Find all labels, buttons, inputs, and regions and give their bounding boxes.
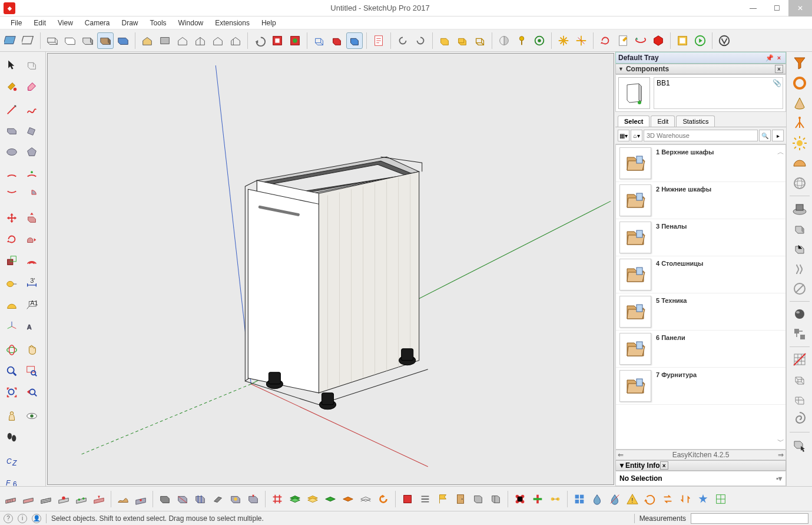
menu-file[interactable]: File: [5, 18, 28, 28]
scroll-up-icon[interactable]: ︿: [777, 147, 784, 157]
entity-info-close[interactable]: ×: [660, 461, 668, 470]
zoom-extents-tool[interactable]: [2, 383, 21, 402]
yellow-box-2-button[interactable]: [454, 32, 470, 49]
cabinet-2-button[interactable]: [488, 491, 504, 507]
view-mode-button[interactable]: ▦▾: [618, 130, 629, 141]
style-wire-button[interactable]: [44, 32, 61, 49]
info-icon[interactable]: i: [18, 514, 27, 523]
nav-fwd-button[interactable]: ⇒: [776, 451, 786, 459]
freehand-tool[interactable]: [22, 100, 41, 119]
layer-wire-button[interactable]: [357, 491, 374, 507]
component-pin-icon[interactable]: 📎: [773, 79, 781, 87]
home-button[interactable]: ⌂▾: [631, 130, 642, 141]
tab-edit[interactable]: Edit: [651, 115, 675, 127]
maximize-button[interactable]: ☐: [765, 0, 788, 16]
rotate-tool[interactable]: [2, 230, 21, 249]
menu-view[interactable]: View: [52, 18, 79, 28]
spiral-icon[interactable]: [790, 411, 810, 428]
arc2-tool[interactable]: [22, 164, 41, 183]
arc3-tool[interactable]: [2, 185, 21, 204]
disable-icon[interactable]: [790, 280, 810, 298]
menu-tools[interactable]: Tools: [144, 18, 173, 28]
house-iso-button[interactable]: [139, 32, 155, 49]
yellow-box-3-button[interactable]: [472, 32, 488, 49]
mesh-cube2-icon[interactable]: [790, 391, 810, 408]
plugin-cz-button[interactable]: CZ: [2, 451, 21, 470]
sandbox-3-button[interactable]: [38, 491, 54, 507]
cabinet-1-button[interactable]: [470, 491, 486, 507]
house-top-button[interactable]: [157, 32, 173, 49]
drop-2-button[interactable]: [606, 491, 623, 507]
orbit-tool[interactable]: [2, 341, 21, 359]
layer-orange-button[interactable]: [340, 491, 356, 507]
pin-button[interactable]: [513, 32, 530, 49]
sandbox-5-button[interactable]: [73, 491, 90, 507]
pie-tool[interactable]: [22, 185, 41, 204]
text-tool[interactable]: A1: [22, 296, 41, 315]
walk-tool[interactable]: [2, 428, 21, 447]
tab-select[interactable]: Select: [618, 115, 649, 127]
components-panel-header[interactable]: ▼ Components ×: [615, 64, 786, 74]
layer-green-button[interactable]: [287, 491, 303, 507]
yellow-dots-button[interactable]: [547, 491, 564, 507]
list-item[interactable]: 5 Техника: [616, 293, 786, 331]
polygon-tool[interactable]: [22, 143, 41, 161]
pushpull-tool[interactable]: [22, 209, 41, 227]
house-right-button[interactable]: [192, 32, 208, 49]
style-textured-button[interactable]: [97, 32, 114, 49]
house-front-button[interactable]: [174, 32, 191, 49]
axes-tool[interactable]: [2, 317, 21, 336]
open-file-button[interactable]: [20, 32, 37, 49]
green-grid-button[interactable]: [712, 491, 729, 507]
components-panel-close[interactable]: ×: [775, 65, 783, 73]
proj-4-button[interactable]: [210, 491, 226, 507]
entity-info-header[interactable]: ▼ Entity Info ×: [615, 460, 786, 471]
sandbox-2-button[interactable]: [20, 491, 37, 507]
dimension-tool[interactable]: 3': [22, 275, 41, 293]
new-file-button[interactable]: [2, 32, 19, 49]
list-item[interactable]: 7 Фурнитура: [616, 368, 786, 405]
orbit-next-button[interactable]: [412, 32, 429, 49]
document-button[interactable]: [370, 32, 387, 49]
entity-info-toggle-icon[interactable]: ▪▾: [776, 474, 782, 483]
flag-button[interactable]: [435, 491, 451, 507]
edit-page-button[interactable]: [615, 32, 631, 49]
arc-tool[interactable]: [2, 164, 21, 183]
tape-tool[interactable]: [2, 275, 21, 293]
proj-6-button[interactable]: [245, 491, 261, 507]
drop-1-button[interactable]: [589, 491, 605, 507]
list-item[interactable]: 6 Панели: [616, 331, 786, 368]
house-back-button[interactable]: [210, 32, 226, 49]
orange-swap-button[interactable]: [659, 491, 676, 507]
component-thumb[interactable]: [618, 77, 650, 109]
offset-tool[interactable]: [22, 251, 41, 270]
layout-button[interactable]: [674, 32, 691, 49]
nav-back-button[interactable]: ⇐: [616, 451, 625, 459]
zoom-window-tool[interactable]: [22, 362, 41, 381]
zoom-tool[interactable]: [2, 362, 21, 381]
previous-view-tool[interactable]: [22, 383, 41, 402]
cone-icon[interactable]: [790, 94, 810, 112]
measurements-input[interactable]: [691, 513, 808, 524]
protractor-tool[interactable]: [2, 296, 21, 315]
ring-icon[interactable]: [790, 74, 810, 92]
sphere-dark-icon[interactable]: [790, 305, 810, 323]
box-blue-button[interactable]: [346, 32, 363, 49]
sandbox-1-button[interactable]: [2, 491, 19, 507]
menu-draw[interactable]: Draw: [116, 18, 144, 28]
layer-yellow-button[interactable]: [304, 491, 321, 507]
followme-tool[interactable]: [22, 230, 41, 249]
green-circle-button[interactable]: [531, 32, 548, 49]
style-mono-button[interactable]: [115, 32, 131, 49]
door-button[interactable]: [452, 491, 469, 507]
red-square-button[interactable]: [399, 491, 416, 507]
spark-1-button[interactable]: [555, 32, 572, 49]
hash-button[interactable]: [269, 491, 286, 507]
play-button[interactable]: [692, 32, 708, 49]
mesh-cube-icon[interactable]: [790, 371, 810, 388]
menu-camera[interactable]: Camera: [79, 18, 116, 28]
terrain-2-button[interactable]: [132, 491, 149, 507]
menu-edit[interactable]: Edit: [28, 18, 52, 28]
layer-green2-button[interactable]: [322, 491, 339, 507]
shell-button[interactable]: [496, 32, 512, 49]
